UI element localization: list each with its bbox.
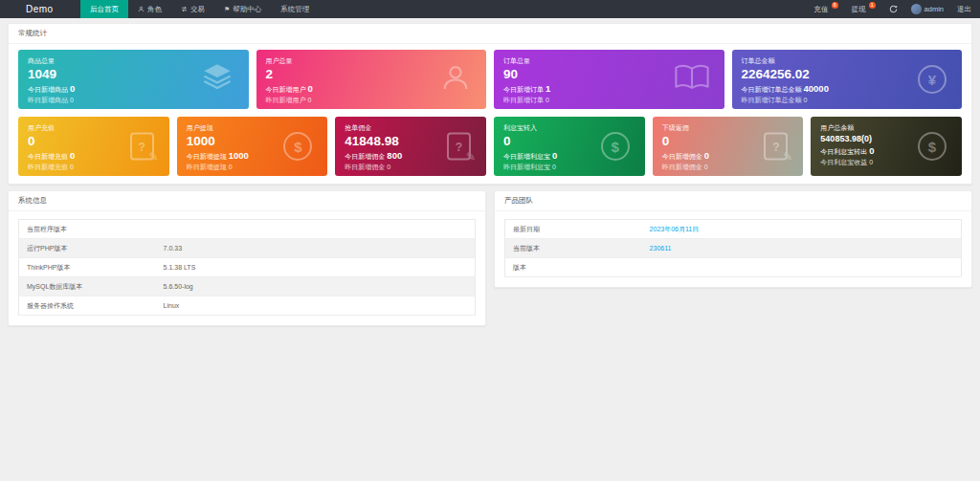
nav-item-system[interactable]: 系统管理: [271, 0, 319, 18]
yesterday-label: 昨日新增佣金: [345, 164, 385, 170]
today-value: 40000: [804, 83, 829, 94]
stat-card-goods-total: 商品总量 1049 今日新增商品0 昨日新增商品0: [18, 50, 249, 109]
today-label: 今日新增订单总金额: [742, 86, 802, 93]
logout-button[interactable]: 退出: [950, 0, 978, 18]
table-row: MySQL数据库版本 5.6.50-log: [19, 277, 476, 296]
system-info-panel: 系统信息 当前程序版本 运行PHP版本 7.0.33 ThinkPHP版本 5.…: [8, 190, 486, 326]
yesterday-value: 0: [387, 164, 390, 170]
yen-icon: ¥: [918, 65, 947, 94]
form-icon: ?✎: [130, 133, 154, 161]
user-menu[interactable]: admin: [904, 0, 950, 18]
yesterday-label: 昨日新增提现: [187, 164, 227, 170]
today-label: 今日新增订单: [503, 86, 544, 93]
yesterday-value: 0: [804, 97, 808, 103]
withdraw-label: 提现: [852, 5, 866, 14]
today-label: 今日新增提现: [187, 153, 227, 160]
row-label: 版本: [505, 258, 642, 277]
table-row: 最新日期 2023年06月11日: [505, 220, 962, 239]
nav-item-recharge[interactable]: 充值 6: [808, 0, 845, 18]
stat-card-user-withdraw: 用户提现 1000 今日新增提现1000 昨日新增提现0 $: [177, 117, 328, 176]
row-value: Linux: [156, 296, 476, 316]
today-label: 今日新增用户: [266, 86, 306, 93]
nav-item-trade[interactable]: 交易: [171, 0, 214, 18]
bottom-row: 系统信息 当前程序版本 运行PHP版本 7.0.33 ThinkPHP版本 5.…: [8, 190, 972, 326]
today-value: 0: [552, 150, 557, 161]
system-info-table: 当前程序版本 运行PHP版本 7.0.33 ThinkPHP版本 5.1.38 …: [18, 219, 476, 316]
refresh-button[interactable]: [882, 0, 904, 18]
stats-panel-title: 常规统计: [9, 24, 971, 44]
user-icon: [138, 6, 145, 12]
system-info-title: 系统信息: [9, 191, 485, 211]
stat-card-interest-in: 利息宝转入 0 今日新增利息宝0 昨日新增利息宝0 $: [494, 117, 645, 176]
nav-item-withdraw[interactable]: 提现 1: [845, 0, 882, 18]
current-version-link[interactable]: 230611: [650, 245, 672, 251]
trade-icon: [181, 6, 188, 12]
table-row: 版本: [505, 258, 962, 277]
nav-item-help[interactable]: ⚑ 帮助中心: [214, 0, 271, 18]
yesterday-label: 昨日新增订单: [503, 97, 544, 103]
stat-card-title: 下级返佣: [662, 123, 794, 133]
dollar-icon: $: [601, 132, 630, 161]
today-label: 今日利息宝转出: [820, 148, 867, 155]
table-row: 当前版本 230611: [505, 239, 962, 258]
today-label: 今日新增利息宝: [503, 153, 550, 160]
stat-card-user-recharge: 用户充值 0 今日新增充值0 昨日新增充值0 ?✎: [18, 117, 169, 176]
today-value: 0: [70, 150, 75, 161]
yesterday-value: 0: [704, 164, 708, 170]
top-navbar: Demo 后台首页 角色 交易 ⚑ 帮助中心 系统管理 充值 6: [0, 0, 980, 18]
stat-card-order-total: 订单总量 90 今日新增订单1 昨日新增订单0: [494, 50, 724, 109]
product-team-table: 最新日期 2023年06月11日 当前版本 230611 版本: [504, 219, 962, 277]
row-value: [642, 258, 962, 277]
yesterday-label: 昨日新增订单总金额: [742, 97, 802, 103]
row-label: 最新日期: [505, 220, 642, 239]
stats-panel: 常规统计 商品总量 1049 今日新增商品0 昨日新增商品0 用户总量 2 今日…: [8, 23, 972, 185]
nav-item-label: 帮助中心: [233, 5, 261, 14]
main-nav: 后台首页 角色 交易 ⚑ 帮助中心 系统管理: [80, 0, 319, 18]
navbar-right: 充值 6 提现 1 admin 退出: [808, 0, 980, 18]
product-team-panel: 产品团队 最新日期 2023年06月11日 当前版本 230611 版本: [494, 190, 972, 288]
recharge-badge: 6: [832, 2, 838, 9]
today-value: 0: [308, 83, 313, 94]
stats-row-2: 用户充值 0 今日新增充值0 昨日新增充值0 ?✎ 用户提现 1000 今日新增…: [18, 117, 962, 176]
avatar: [911, 4, 922, 14]
yesterday-label: 昨日新增用户: [266, 97, 306, 103]
yesterday-value: 0: [70, 97, 74, 103]
yesterday-value: 0: [869, 159, 873, 165]
row-value: 5.1.38 LTS: [156, 258, 476, 277]
stat-card-user-total: 用户总量 2 今日新增用户0 昨日新增用户0: [256, 50, 487, 109]
yesterday-label: 今日利息宝收益: [820, 159, 867, 165]
table-row: 服务器操作系统 Linux: [19, 296, 476, 316]
stats-row-1: 商品总量 1049 今日新增商品0 昨日新增商品0 用户总量 2 今日新增用户0…: [18, 50, 962, 109]
yesterday-label: 昨日新增佣金: [662, 164, 702, 170]
row-value: 7.0.33: [156, 239, 476, 258]
yesterday-value: 0: [70, 164, 74, 170]
stat-card-title: 抢单佣金: [345, 123, 477, 133]
today-label: 今日新增佣金: [662, 153, 702, 160]
nav-item-roles[interactable]: 角色: [128, 0, 171, 18]
nav-item-label: 后台首页: [90, 5, 119, 14]
stat-card-sub-rebate: 下级返佣 0 今日新增佣金0 昨日新增佣金0 ?✎: [653, 117, 804, 176]
table-row: 运行PHP版本 7.0.33: [19, 239, 476, 258]
today-value: 0: [704, 150, 709, 161]
nav-item-dashboard[interactable]: 后台首页: [80, 0, 128, 18]
today-label: 今日新增商品: [28, 86, 68, 93]
today-value: 0: [869, 145, 874, 156]
yesterday-value: 0: [546, 97, 549, 103]
recharge-label: 充值: [814, 5, 829, 14]
row-label: 当前程序版本: [19, 220, 156, 239]
table-row: 当前程序版本: [19, 220, 476, 239]
nav-item-label: 角色: [147, 5, 162, 14]
book-icon: [675, 63, 709, 96]
form-icon: ?✎: [447, 133, 471, 161]
yesterday-label: 昨日新增利息宝: [503, 164, 550, 170]
latest-date-link[interactable]: 2023年06月11日: [650, 226, 700, 232]
row-value: [156, 220, 476, 239]
brand-logo[interactable]: Demo: [0, 0, 80, 18]
nav-item-label: 系统管理: [280, 5, 309, 14]
flag-icon: ⚑: [224, 6, 230, 12]
yesterday-value: 0: [308, 97, 312, 103]
dollar-icon: $: [283, 132, 312, 161]
row-label: MySQL数据库版本: [19, 277, 156, 296]
nav-item-label: 交易: [190, 5, 205, 14]
stat-card-order-amount: 订单总金额 2264256.02 今日新增订单总金额40000 昨日新增订单总金…: [732, 50, 963, 109]
